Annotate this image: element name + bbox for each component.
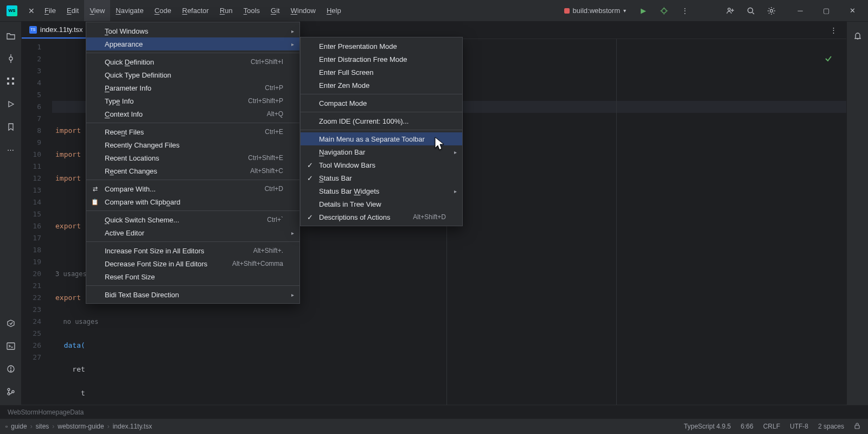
typescript-version[interactable]: TypeScript 4.9.5 bbox=[684, 423, 731, 431]
menu-run[interactable]: Run bbox=[214, 0, 238, 21]
menu-item-label: Tool Windows bbox=[105, 27, 148, 35]
run-tool-icon[interactable] bbox=[3, 97, 18, 112]
menu-item[interactable]: Details in Tree View bbox=[301, 197, 462, 210]
menu-item[interactable]: Quick DefinitionCtrl+Shift+I bbox=[86, 55, 299, 68]
shortcut-label: Ctrl+Shift+P bbox=[235, 97, 283, 105]
menu-view[interactable]: View bbox=[84, 0, 110, 21]
menu-item[interactable]: Enter Zen Mode bbox=[301, 79, 462, 92]
vcs-tool-icon[interactable] bbox=[3, 384, 18, 399]
menu-item-label: Status Bar Widgets bbox=[319, 187, 379, 195]
menu-item[interactable]: Status Bar Widgets▸ bbox=[301, 184, 462, 197]
menu-item[interactable]: Reset Font Size bbox=[86, 270, 299, 283]
menu-item[interactable]: ✓Tool Window Bars bbox=[301, 158, 462, 171]
menu-item[interactable]: Compact Mode bbox=[301, 97, 462, 110]
menu-item[interactable]: Type InfoCtrl+Shift+P bbox=[86, 94, 299, 107]
project-tool-icon[interactable] bbox=[3, 28, 18, 43]
search-icon[interactable] bbox=[742, 2, 760, 20]
run-icon[interactable]: ▶ bbox=[635, 2, 652, 20]
build-tool-icon[interactable] bbox=[3, 316, 18, 331]
menu-item-label: Quick Switch Scheme... bbox=[105, 216, 179, 224]
svg-rect-17 bbox=[12, 82, 14, 85]
menu-item[interactable]: Enter Distraction Free Mode bbox=[301, 53, 462, 66]
close-button[interactable]: ✕ bbox=[840, 2, 865, 20]
menu-git[interactable]: Git bbox=[265, 0, 285, 21]
nav-crumb[interactable]: index.11ty.tsx bbox=[113, 423, 152, 430]
menu-item-label: Appearance bbox=[105, 40, 143, 48]
menu-item[interactable]: Recent FilesCtrl+E bbox=[86, 125, 299, 138]
menu-item-label: Bidi Text Base Direction bbox=[105, 291, 179, 299]
menu-item[interactable]: Parameter InfoCtrl+P bbox=[86, 81, 299, 94]
menu-code[interactable]: Code bbox=[149, 0, 177, 21]
menu-item-label: Main Menu as a Separate Toolbar bbox=[319, 135, 425, 143]
menu-item[interactable]: Quick Type Definition bbox=[86, 68, 299, 81]
menu-item[interactable]: Context InfoAlt+Q bbox=[86, 107, 299, 120]
menu-file[interactable]: File bbox=[39, 0, 61, 21]
menu-refactor[interactable]: Refactor bbox=[177, 0, 214, 21]
shortcut-label: Ctrl+P bbox=[252, 84, 283, 92]
menu-tools[interactable]: Tools bbox=[238, 0, 265, 21]
menu-item-label: Type Info bbox=[105, 97, 134, 105]
menu-item[interactable]: Active Editor▸ bbox=[86, 226, 299, 239]
more-tool-icon[interactable]: ⋯ bbox=[3, 142, 18, 157]
menu-item[interactable]: Navigation Bar▸ bbox=[301, 145, 462, 158]
svg-rect-14 bbox=[7, 78, 9, 80]
caret-position[interactable]: 6:66 bbox=[741, 423, 753, 431]
nav-crumb[interactable]: sites bbox=[36, 423, 49, 430]
svg-point-11 bbox=[9, 57, 12, 60]
problems-tool-icon[interactable] bbox=[3, 361, 18, 376]
menu-item[interactable]: Appearance▸ bbox=[86, 37, 299, 50]
menu-help[interactable]: Help bbox=[321, 0, 347, 21]
svg-point-25 bbox=[8, 388, 10, 391]
maximize-button[interactable]: ▢ bbox=[814, 2, 839, 20]
right-tool-strip bbox=[846, 22, 868, 405]
notifications-icon[interactable] bbox=[850, 28, 865, 43]
menu-item[interactable]: Enter Presentation Mode bbox=[301, 40, 462, 53]
menu-item[interactable]: Increase Font Size in All EditorsAlt+Shi… bbox=[86, 244, 299, 257]
menu-item[interactable]: Recent LocationsCtrl+Shift+E bbox=[86, 151, 299, 164]
menu-item[interactable]: Quick Switch Scheme...Ctrl+` bbox=[86, 213, 299, 226]
readonly-toggle-icon[interactable] bbox=[854, 423, 860, 431]
svg-rect-28 bbox=[855, 425, 859, 429]
menu-item[interactable]: ⇄Compare With...Ctrl+D bbox=[86, 182, 299, 195]
shortcut-label: Ctrl+Shift+I bbox=[238, 58, 283, 66]
code-with-me-icon[interactable] bbox=[722, 2, 739, 20]
settings-icon[interactable] bbox=[763, 2, 780, 20]
run-config-dropdown[interactable]: build:webstorm ▾ bbox=[559, 4, 631, 17]
menu-item-label: Enter Presentation Mode bbox=[319, 42, 397, 50]
nav-crumb[interactable]: webstorm-guide bbox=[58, 423, 104, 430]
menu-edit[interactable]: Edit bbox=[61, 0, 84, 21]
menu-item[interactable]: Tool Windows▸ bbox=[86, 24, 299, 37]
indent-widget[interactable]: 2 spaces bbox=[818, 423, 844, 431]
close-project-icon[interactable]: ✕ bbox=[24, 3, 39, 18]
menu-item[interactable]: ✓Status Bar bbox=[301, 171, 462, 184]
commit-tool-icon[interactable] bbox=[3, 51, 18, 66]
menu-navigate[interactable]: Navigate bbox=[110, 0, 149, 21]
check-icon: ✓ bbox=[306, 161, 314, 169]
menu-item[interactable]: 📋Compare with Clipboard bbox=[86, 195, 299, 208]
tab-more-icon[interactable]: ⋮ bbox=[825, 22, 842, 39]
nav-crumb[interactable]: guide bbox=[11, 423, 27, 430]
more-actions-icon[interactable]: ⋮ bbox=[676, 2, 693, 20]
menu-item[interactable]: Recently Changed Files bbox=[86, 138, 299, 151]
check-icon: ✓ bbox=[306, 174, 314, 182]
menu-item[interactable]: Enter Full Screen bbox=[301, 66, 462, 79]
file-encoding[interactable]: UTF-8 bbox=[790, 423, 808, 431]
bookmark-tool-icon[interactable] bbox=[3, 119, 18, 135]
terminal-tool-icon[interactable] bbox=[3, 339, 18, 354]
menu-item[interactable]: ✓Descriptions of ActionsAlt+Shift+D bbox=[301, 210, 462, 224]
debug-icon[interactable] bbox=[655, 2, 673, 20]
line-separator[interactable]: CRLF bbox=[763, 423, 780, 431]
breadcrumb-item[interactable]: WebStormHomepageData bbox=[8, 409, 84, 416]
menu-item[interactable]: Decrease Font Size in All EditorsAlt+Shi… bbox=[86, 257, 299, 270]
menu-item[interactable]: Recent ChangesAlt+Shift+C bbox=[86, 164, 299, 177]
menu-window[interactable]: Window bbox=[285, 0, 321, 21]
structure-tool-icon[interactable] bbox=[3, 74, 18, 89]
menu-item[interactable]: Zoom IDE (Current: 100%)... bbox=[301, 114, 462, 127]
shortcut-label: Alt+Q bbox=[254, 110, 283, 118]
svg-point-8 bbox=[748, 8, 753, 12]
minimize-button[interactable]: ─ bbox=[788, 2, 813, 20]
menu-item-label: Recently Changed Files bbox=[105, 141, 180, 149]
menu-item[interactable]: Main Menu as a Separate Toolbar bbox=[301, 132, 462, 145]
editor-tab[interactable]: TS index.11ty.tsx bbox=[22, 22, 91, 39]
menu-item[interactable]: Bidi Text Base Direction▸ bbox=[86, 288, 299, 301]
